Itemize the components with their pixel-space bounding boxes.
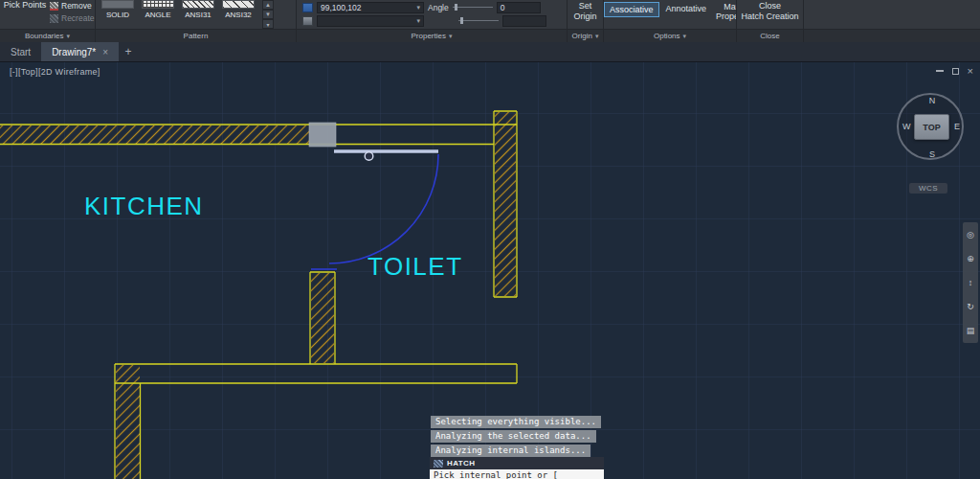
file-tab-bar: Start Drawing7*× + [0,42,980,62]
background-color-icon [302,16,313,26]
tab-start[interactable]: Start [0,42,41,61]
viewcube-compass: N S W E TOP [889,89,975,170]
panel-pattern: SOLID ANGLE ANSI31 ANSI32 ▲ ▼ ▾ Pattern [96,0,297,42]
panel-expand-icon: ▾ [595,33,599,40]
chevron-down-icon: ▾ [416,4,420,11]
navigation-bar: ◎ ⊕ ↕ ↻ ▤ [963,222,978,343]
close-icon[interactable]: × [968,66,973,76]
pattern-thumb-ansi31-icon [182,0,214,9]
associative-toggle[interactable]: Associative [604,2,659,17]
command-prompt-input[interactable]: Pick internal point or [ [430,469,604,479]
pattern-swatch-solid[interactable]: SOLID [98,0,138,29]
panel-label-boundaries[interactable]: Boundaries▾ [0,29,95,42]
ribbon-empty-area [804,0,980,42]
middle-wall-hatch[interactable] [311,273,334,363]
hatch-color-dropdown[interactable]: 99,100,102▾ [317,2,424,13]
compass-north[interactable]: N [889,96,975,105]
panel-options: Associative Annotative MatchProperties O… [604,0,737,42]
pan-icon[interactable]: ⊕ [967,254,974,263]
command-line-box: HATCH Pick internal point or [ [430,457,604,479]
active-command-name: HATCH [447,459,475,468]
steering-wheel-icon[interactable]: ◎ [967,230,974,240]
angle-label: Angle [428,3,449,12]
tab-drawing7[interactable]: Drawing7*× [41,42,119,61]
background-color-dropdown[interactable]: ▾ [317,15,424,27]
tab-close-icon[interactable]: × [102,47,108,57]
panel-close: CloseHatch Creation Close [737,0,804,42]
panel-label-pattern[interactable]: Pattern [96,29,296,42]
autocad-window: Pick Points Remove Recreate Boundaries▾ … [0,0,980,479]
top-wall-hatch[interactable] [0,125,309,144]
recreate-boundary-button[interactable]: Recreate [50,13,95,23]
viewcube-top-face[interactable]: TOP [914,114,949,140]
showmotion-icon[interactable]: ▤ [967,326,975,335]
drawing-window-controls: × [936,66,973,76]
compass-south[interactable]: S [889,149,975,159]
hatch-color-icon [302,3,313,12]
panel-expand-icon: ▾ [66,33,70,40]
command-message: Selecting everything visible... [431,416,601,428]
recreate-icon [50,14,58,23]
angle-input[interactable]: 0 [497,2,541,13]
hatch-command-icon [434,460,443,468]
restore-icon[interactable] [952,68,959,75]
pattern-swatch-ansi32[interactable]: ANSI32 [218,0,258,29]
transparency-slider[interactable] [458,15,499,26]
wcs-badge[interactable]: WCS [909,183,947,194]
toilet-label[interactable]: TOILET [368,252,463,281]
angle-slider[interactable] [453,2,493,12]
panel-properties: 99,100,102▾ Angle 0 ▾ Properties▾ [297,0,568,42]
panel-expand-icon: ▾ [683,33,687,40]
remove-icon [50,2,58,11]
match-properties-button[interactable]: MatchProperties [713,2,736,22]
scale-input[interactable] [502,15,546,27]
pattern-scroll-down-button[interactable]: ▼ [262,10,274,19]
model-space-canvas[interactable]: KITCHEN TOILET [-][Top][2D Wireframe] × … [0,62,980,479]
grip-point[interactable] [365,152,373,161]
pick-points-button[interactable]: Pick Points [0,0,50,29]
panel-label-origin[interactable]: Origin▾ [568,29,603,42]
pattern-thumb-solid-icon [101,0,134,9]
kitchen-label[interactable]: KITCHEN [84,192,204,220]
set-origin-button[interactable]: SetOrigin [573,1,596,29]
command-message: Analyzing the selected data... [431,430,596,443]
orbit-icon[interactable]: ↻ [967,302,974,311]
pattern-thumb-angle-icon [142,0,174,9]
panel-origin: SetOrigin Origin▾ [568,0,604,42]
panel-boundaries: Pick Points Remove Recreate Boundaries▾ [0,0,96,42]
right-wall-hatch[interactable] [495,112,516,296]
annotative-toggle[interactable]: Annotative [661,2,712,15]
chevron-down-icon: ▾ [416,17,420,25]
pattern-scroll-up-button[interactable]: ▲ [262,0,274,10]
remove-boundary-button[interactable]: Remove [50,1,95,11]
panel-expand-icon: ▾ [449,33,453,40]
panel-label-close: Close [737,29,803,42]
minimize-icon[interactable] [936,70,944,72]
ribbon-hatch-creation: Pick Points Remove Recreate Boundaries▾ … [0,0,980,42]
selected-wall-segment[interactable] [309,123,336,147]
pattern-swatch-angle[interactable]: ANGLE [138,0,178,29]
panel-label-options[interactable]: Options▾ [604,29,736,42]
pattern-gallery-expand-button[interactable]: ▾ [262,19,274,29]
new-drawing-tab-button[interactable]: + [119,42,138,61]
compass-east[interactable]: E [954,122,960,131]
compass-west[interactable]: W [902,122,911,131]
viewport-controls[interactable]: [-][Top][2D Wireframe] [10,67,100,77]
pattern-thumb-ansi32-icon [222,0,255,9]
command-message: Analyzing internal islands... [431,445,590,457]
close-hatch-creation-button[interactable]: CloseHatch Creation [741,1,798,29]
zoom-icon[interactable]: ↕ [969,278,973,287]
active-command-header: HATCH [430,457,604,469]
pattern-swatch-ansi31[interactable]: ANSI31 [178,0,218,29]
left-wall-hatch[interactable] [116,365,140,479]
panel-label-properties[interactable]: Properties▾ [297,29,567,42]
